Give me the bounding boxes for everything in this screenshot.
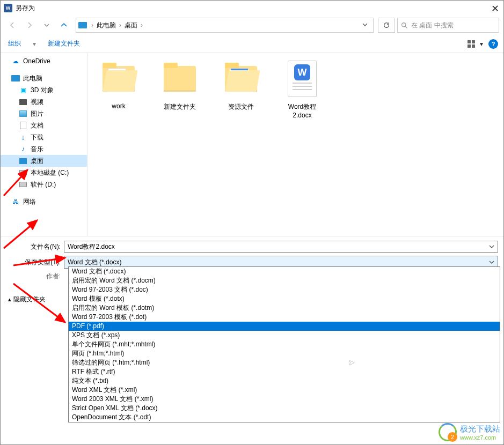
new-folder-button[interactable]: 新建文件夹 <box>46 38 82 49</box>
nav-up-button[interactable] <box>56 18 71 33</box>
folder-resources[interactable]: 稿 资源文件 <box>218 58 264 112</box>
organize-button[interactable]: 组织 <box>6 38 23 49</box>
tree-pictures[interactable]: 图片 <box>1 108 87 120</box>
filetype-option[interactable]: 启用宏的 Word 文档 (*.docm) <box>69 276 500 285</box>
chevron-up-icon: ▴ <box>8 296 11 303</box>
word-app-icon: W <box>4 4 12 12</box>
breadcrumb-desktop[interactable]: 桌面 <box>122 21 140 30</box>
close-button[interactable]: ✕ <box>491 3 499 14</box>
svg-line-1 <box>405 26 407 28</box>
tree-music[interactable]: ♪音乐 <box>1 143 87 155</box>
document-icon <box>20 122 26 129</box>
filetype-option[interactable]: Word 97-2003 模板 (*.dot) <box>69 313 500 322</box>
tree-ddisk[interactable]: 软件 (D:) <box>1 179 87 190</box>
filename-input[interactable]: Word教程2.docx <box>64 241 498 253</box>
docx-icon: W <box>288 61 317 97</box>
watermark-name: 极光下载站 <box>460 424 500 434</box>
cube-icon: ▣ <box>19 86 27 94</box>
disk-icon <box>19 182 27 187</box>
watermark-logo-icon: 2 <box>439 423 457 441</box>
tree-onedrive[interactable]: ☁OneDrive <box>1 55 87 67</box>
file-word-tutorial[interactable]: W Word教程2.docx <box>280 58 325 119</box>
folder-new[interactable]: 新建文件夹 <box>157 58 202 112</box>
folder-icon <box>164 66 196 92</box>
music-icon: ♪ <box>19 145 27 153</box>
svg-rect-5 <box>472 44 475 48</box>
tree-cdisk[interactable]: 本地磁盘 (C:) <box>1 167 87 179</box>
download-icon: ↓ <box>19 133 27 142</box>
svg-rect-2 <box>468 40 471 43</box>
filetype-option[interactable]: 筛选过的网页 (*.htm;*.html) <box>69 358 500 367</box>
svg-point-0 <box>402 23 406 26</box>
folder-tree: ☁OneDrive 此电脑 ▣3D 对象 视频 图片 文档 ↓下载 ♪音乐 桌面… <box>1 53 87 236</box>
filetype-option[interactable]: Word 文档 (*.docx) <box>69 267 500 276</box>
video-icon <box>19 99 27 105</box>
view-options-button[interactable]: ▾ <box>468 40 483 48</box>
filetype-option[interactable]: RTF 格式 (*.rtf) <box>69 367 500 376</box>
author-label: 作者: <box>8 272 64 281</box>
filetype-option[interactable]: XPS 文档 (*.xps) <box>69 331 500 340</box>
tree-thispc[interactable]: 此电脑 <box>1 72 87 84</box>
search-input[interactable]: 在 桌面 中搜索 <box>397 18 499 33</box>
pc-icon <box>11 75 20 81</box>
filetype-option[interactable]: OpenDocument 文本 (*.odt) <box>69 413 500 422</box>
chevron-right-icon: › <box>90 21 94 29</box>
desktop-icon <box>19 158 27 164</box>
folder-icon: 稿 <box>225 66 257 92</box>
watermark: 2 极光下载站 www.xz7.com <box>439 423 500 441</box>
watermark-url: www.xz7.com <box>460 434 500 441</box>
filetype-option[interactable]: 单个文件网页 (*.mht;*.mhtml) <box>69 340 500 349</box>
chevron-right-icon: › <box>140 21 144 29</box>
chevron-down-icon[interactable] <box>39 18 54 33</box>
search-placeholder: 在 桌面 中搜索 <box>411 21 454 30</box>
filetype-option[interactable]: Strict Open XML 文档 (*.docx) <box>69 404 500 413</box>
refresh-button[interactable] <box>378 18 395 33</box>
breadcrumb-thispc[interactable]: 此电脑 <box>94 21 118 30</box>
help-button[interactable]: ? <box>488 39 498 49</box>
filetype-option[interactable]: Word XML 文档 (*.xml) <box>69 385 500 395</box>
search-icon <box>401 22 408 29</box>
svg-rect-4 <box>468 44 471 48</box>
address-bar[interactable]: › 此电脑 › 桌面 › <box>76 18 374 33</box>
nav-back-button[interactable] <box>5 18 20 33</box>
savetype-dropdown: Word 文档 (*.docx) 启用宏的 Word 文档 (*.docm) W… <box>68 266 500 422</box>
network-icon: 🖧 <box>11 197 20 206</box>
tree-documents[interactable]: 文档 <box>1 120 87 131</box>
dialog-title: 另存为 <box>16 4 35 13</box>
folder-icon <box>103 66 135 92</box>
filetype-option[interactable]: 启用宏的 Word 模板 (*.dotm) <box>69 303 500 313</box>
filetype-option[interactable]: 纯文本 (*.txt) <box>69 376 500 385</box>
file-pane[interactable]: work 新建文件夹 稿 资源文件 W Word教程2.docx <box>87 53 503 236</box>
onedrive-icon: ☁ <box>11 57 20 65</box>
filetype-option[interactable]: Word 97-2003 文档 (*.doc) <box>69 285 500 294</box>
tree-desktop[interactable]: 桌面 <box>1 155 87 167</box>
tree-network[interactable]: 🖧网络 <box>1 196 87 207</box>
address-dropdown-icon[interactable] <box>359 21 371 29</box>
filetype-option-pdf[interactable]: PDF (*.pdf) <box>69 322 500 331</box>
pc-icon <box>78 22 87 28</box>
filename-label: 文件名(N): <box>8 242 64 251</box>
chevron-down-icon[interactable] <box>489 259 494 265</box>
tree-3dobjects[interactable]: ▣3D 对象 <box>1 84 87 96</box>
tree-downloads[interactable]: ↓下载 <box>1 131 87 143</box>
savetype-label: 保存类型(T): <box>8 258 64 267</box>
nav-forward-button[interactable] <box>22 18 37 33</box>
folder-work[interactable]: work <box>96 58 141 110</box>
picture-icon <box>19 110 27 117</box>
disk-icon <box>19 170 27 175</box>
chevron-down-icon[interactable] <box>489 244 494 249</box>
tree-videos[interactable]: 视频 <box>1 96 87 108</box>
svg-rect-3 <box>472 40 475 43</box>
filetype-option[interactable]: Word 2003 XML 文档 (*.xml) <box>69 395 500 404</box>
chevron-right-icon: › <box>118 21 122 29</box>
filetype-option[interactable]: Word 模板 (*.dotx) <box>69 294 500 303</box>
filetype-option[interactable]: 网页 (*.htm;*.html) <box>69 349 500 358</box>
